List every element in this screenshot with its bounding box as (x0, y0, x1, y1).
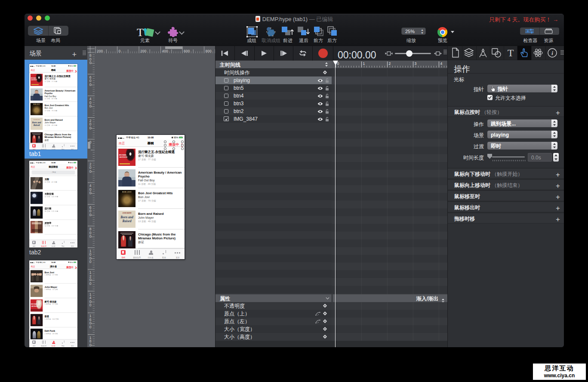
svg-text:0: 0 (89, 213, 92, 217)
svg-text:0: 0 (89, 61, 92, 65)
svg-text:400: 400 (162, 49, 168, 54)
svg-text:0: 0 (89, 191, 92, 196)
svg-text:0: 0 (89, 260, 92, 264)
svg-text:0: 0 (89, 303, 92, 308)
svg-text:i: i (551, 50, 553, 56)
svg-text:0: 0 (89, 281, 92, 286)
svg-text:2: 2 (389, 61, 391, 66)
svg-text:0: 0 (89, 325, 92, 330)
svg-text:0: 0 (119, 49, 121, 54)
svg-text:600: 600 (184, 49, 190, 54)
svg-text:4: 4 (440, 61, 443, 66)
svg-text:T: T (508, 48, 514, 58)
svg-text:0: 0 (89, 104, 92, 109)
svg-text:0: 0 (89, 346, 92, 347)
svg-text:0: 0 (89, 234, 92, 239)
svg-text:0: 0 (89, 169, 92, 174)
svg-text:T: T (137, 27, 144, 38)
svg-text:0: 0 (89, 83, 92, 87)
svg-text:3: 3 (415, 61, 417, 66)
svg-text:1: 1 (363, 61, 365, 66)
svg-text:0: 0 (89, 126, 92, 131)
svg-text:800: 800 (206, 49, 212, 54)
svg-text:200: 200 (97, 49, 103, 54)
svg-text:200: 200 (140, 49, 146, 54)
